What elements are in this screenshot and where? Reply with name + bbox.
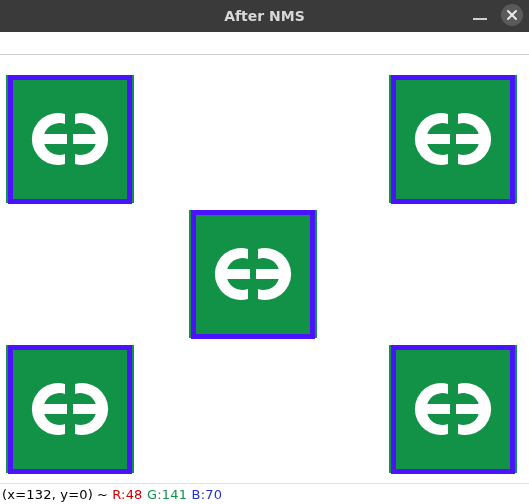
menubar xyxy=(0,32,529,55)
status-coord-prefix: (x= xyxy=(2,487,26,502)
bounding-box xyxy=(391,75,515,204)
status-y: 0 xyxy=(79,487,87,502)
status-bar: (x=132, y=0) ~ R:48 G:141 B:70 xyxy=(0,483,529,504)
detection-tile xyxy=(6,345,134,473)
titlebar[interactable]: After NMS xyxy=(0,0,529,32)
minimize-button[interactable] xyxy=(469,4,491,26)
status-r-label: R: xyxy=(112,487,125,502)
window-title: After NMS xyxy=(0,8,529,24)
status-coord-mid: , y= xyxy=(52,487,80,502)
close-button[interactable] xyxy=(501,4,523,26)
bounding-box xyxy=(8,75,132,204)
bounding-box xyxy=(391,345,515,474)
image-canvas[interactable] xyxy=(0,55,529,483)
detection-tile xyxy=(6,75,134,203)
status-r-value: 48 xyxy=(126,487,143,502)
detection-tile xyxy=(389,75,517,203)
window-controls xyxy=(469,4,523,26)
detection-tile xyxy=(189,210,317,338)
status-g-label: G: xyxy=(147,487,162,502)
status-g-value: 141 xyxy=(162,487,187,502)
status-x: 132 xyxy=(26,487,51,502)
status-coord-suffix: ) xyxy=(88,487,93,502)
app-window: After NMS xyxy=(0,0,529,504)
close-icon xyxy=(501,4,523,26)
detection-tile xyxy=(389,345,517,473)
bounding-box xyxy=(191,210,315,339)
bounding-box xyxy=(8,345,132,474)
status-b-label: B: xyxy=(192,487,206,502)
status-tilde: ~ xyxy=(97,487,108,502)
status-b-value: 70 xyxy=(205,487,222,502)
